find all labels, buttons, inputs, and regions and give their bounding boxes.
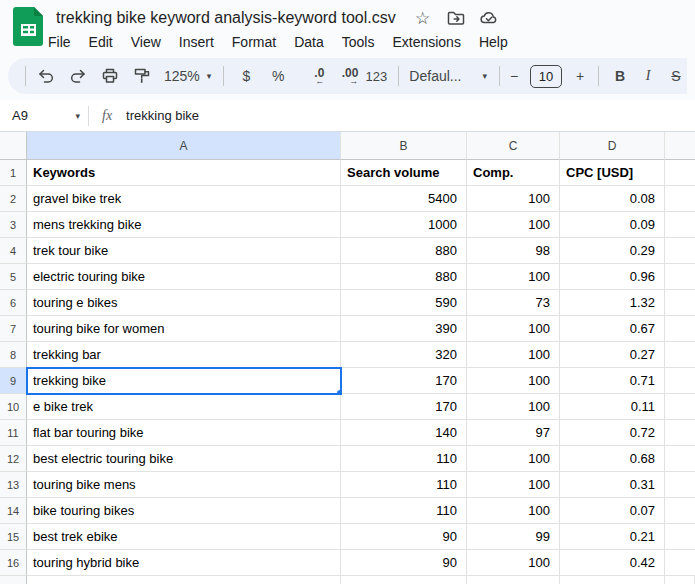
cell-A17[interactable] <box>27 576 341 584</box>
cell-A10[interactable]: e bike trek <box>27 394 341 420</box>
cell-C2[interactable]: 100 <box>467 186 560 212</box>
strikethrough-button[interactable]: S <box>665 64 687 88</box>
column-header-a[interactable]: A <box>27 132 341 160</box>
cell-E16[interactable] <box>665 550 695 576</box>
cell-D2[interactable]: 0.08 <box>560 186 665 212</box>
cell-A11[interactable]: flat bar touring bike <box>27 420 341 446</box>
cell-A13[interactable]: touring bike mens <box>27 472 341 498</box>
menu-help[interactable]: Help <box>470 32 517 52</box>
row-header-6[interactable]: 6 <box>0 290 27 316</box>
cell-B2[interactable]: 5400 <box>341 186 467 212</box>
redo-button[interactable] <box>66 64 90 88</box>
formula-input[interactable]: trekking bike <box>126 108 199 123</box>
cell-E1[interactable] <box>665 160 695 186</box>
document-title[interactable]: trekking bike keyword analysis-keyword t… <box>56 9 396 27</box>
cell-B7[interactable]: 390 <box>341 316 467 342</box>
row-header-10[interactable]: 10 <box>0 394 27 420</box>
cell-B1[interactable]: Search volume <box>341 160 467 186</box>
decrease-decimal-button[interactable]: .0← <box>298 64 324 88</box>
row-header-8[interactable]: 8 <box>0 342 27 368</box>
cell-C5[interactable]: 100 <box>467 264 560 290</box>
undo-button[interactable] <box>34 64 58 88</box>
cell-B4[interactable]: 880 <box>341 238 467 264</box>
column-header-e[interactable] <box>665 132 695 160</box>
cell-A8[interactable]: trekking bar <box>27 342 341 368</box>
cell-A6[interactable]: touring e bikes <box>27 290 341 316</box>
cell-B10[interactable]: 170 <box>341 394 467 420</box>
cell-B11[interactable]: 140 <box>341 420 467 446</box>
cell-A15[interactable]: best trek ebike <box>27 524 341 550</box>
cell-C1[interactable]: Comp. <box>467 160 560 186</box>
bold-button[interactable]: B <box>609 64 631 88</box>
cell-B16[interactable]: 90 <box>341 550 467 576</box>
cell-D10[interactable]: 0.11 <box>560 394 665 420</box>
cell-D12[interactable]: 0.68 <box>560 446 665 472</box>
cell-E2[interactable] <box>665 186 695 212</box>
cell-C6[interactable]: 73 <box>467 290 560 316</box>
cell-A14[interactable]: bike touring bikes <box>27 498 341 524</box>
cell-D11[interactable]: 0.72 <box>560 420 665 446</box>
row-header-15[interactable]: 15 <box>0 524 27 550</box>
format-currency-button[interactable]: $ <box>234 64 258 88</box>
cell-D6[interactable]: 1.32 <box>560 290 665 316</box>
cell-C11[interactable]: 97 <box>467 420 560 446</box>
row-header-12[interactable]: 12 <box>0 446 27 472</box>
row-header-3[interactable]: 3 <box>0 212 27 238</box>
increase-decimal-button[interactable]: .00→ <box>330 64 358 88</box>
cell-C3[interactable]: 100 <box>467 212 560 238</box>
increase-font-size-button[interactable]: + <box>570 64 590 88</box>
row-header-4[interactable]: 4 <box>0 238 27 264</box>
italic-button[interactable]: I <box>637 64 659 88</box>
cell-C17[interactable] <box>467 576 560 584</box>
cell-D8[interactable]: 0.27 <box>560 342 665 368</box>
cell-C7[interactable]: 100 <box>467 316 560 342</box>
cell-B14[interactable]: 110 <box>341 498 467 524</box>
decrease-font-size-button[interactable]: − <box>504 64 524 88</box>
cell-B6[interactable]: 590 <box>341 290 467 316</box>
cell-B9[interactable]: 170 <box>341 368 467 394</box>
cell-D5[interactable]: 0.96 <box>560 264 665 290</box>
menu-file[interactable]: File <box>39 32 80 52</box>
menu-insert[interactable]: Insert <box>170 32 223 52</box>
paint-format-icon[interactable] <box>130 64 154 88</box>
select-all-corner[interactable] <box>0 132 27 160</box>
cell-B15[interactable]: 90 <box>341 524 467 550</box>
cell-C10[interactable]: 100 <box>467 394 560 420</box>
cell-D16[interactable]: 0.42 <box>560 550 665 576</box>
cell-E6[interactable] <box>665 290 695 316</box>
star-icon[interactable]: ☆ <box>413 8 433 28</box>
cell-E4[interactable] <box>665 238 695 264</box>
cell-E12[interactable] <box>665 446 695 472</box>
cell-A12[interactable]: best electric touring bike <box>27 446 341 472</box>
cell-A5[interactable]: electric touring bike <box>27 264 341 290</box>
more-formats-button[interactable]: 123 <box>362 64 390 88</box>
column-header-c[interactable]: C <box>467 132 560 160</box>
cell-D17[interactable] <box>560 576 665 584</box>
menu-format[interactable]: Format <box>223 32 285 52</box>
row-header-16[interactable]: 16 <box>0 550 27 576</box>
cell-C16[interactable]: 100 <box>467 550 560 576</box>
cell-D7[interactable]: 0.67 <box>560 316 665 342</box>
name-box[interactable]: A9 ▾ <box>0 108 88 123</box>
menu-tools[interactable]: Tools <box>333 32 384 52</box>
cell-E13[interactable] <box>665 472 695 498</box>
cell-B12[interactable]: 110 <box>341 446 467 472</box>
menu-extensions[interactable]: Extensions <box>383 32 469 52</box>
row-header-2[interactable]: 2 <box>0 186 27 212</box>
font-select[interactable]: Defaul... ▾ <box>409 68 487 84</box>
cell-E10[interactable] <box>665 394 695 420</box>
cell-C13[interactable]: 100 <box>467 472 560 498</box>
cell-A9[interactable]: trekking bike <box>27 368 341 394</box>
cell-D4[interactable]: 0.29 <box>560 238 665 264</box>
row-header-14[interactable]: 14 <box>0 498 27 524</box>
format-percent-button[interactable]: % <box>266 64 290 88</box>
cell-D14[interactable]: 0.07 <box>560 498 665 524</box>
cell-A3[interactable]: mens trekking bike <box>27 212 341 238</box>
row-header-17[interactable] <box>0 576 27 584</box>
cell-B13[interactable]: 110 <box>341 472 467 498</box>
cell-A7[interactable]: touring bike for women <box>27 316 341 342</box>
print-icon[interactable] <box>98 64 122 88</box>
cell-C15[interactable]: 99 <box>467 524 560 550</box>
cell-D13[interactable]: 0.31 <box>560 472 665 498</box>
cell-E7[interactable] <box>665 316 695 342</box>
